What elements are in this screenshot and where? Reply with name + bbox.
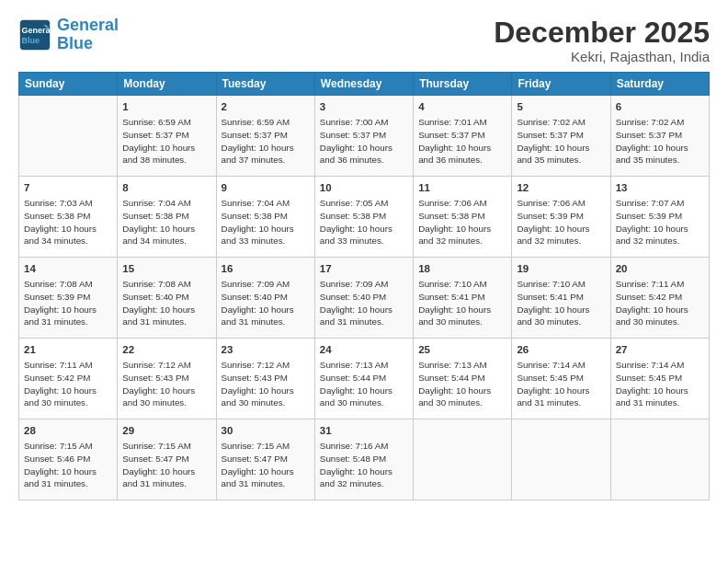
calendar-row: 1Sunrise: 6:59 AM Sunset: 5:37 PM Daylig… [19, 96, 710, 177]
calendar-cell: 15Sunrise: 7:08 AM Sunset: 5:40 PM Dayli… [118, 258, 216, 339]
day-number: 8 [122, 180, 210, 195]
calendar-cell [19, 96, 118, 177]
cell-info: Sunrise: 7:11 AM Sunset: 5:42 PM Dayligh… [24, 359, 112, 409]
col-header-friday: Friday [512, 73, 610, 96]
calendar-cell: 5Sunrise: 7:02 AM Sunset: 5:37 PM Daylig… [512, 96, 610, 177]
cell-info: Sunrise: 7:12 AM Sunset: 5:43 PM Dayligh… [122, 359, 210, 409]
day-number: 22 [122, 342, 210, 357]
day-number: 13 [616, 180, 704, 195]
subtitle: Kekri, Rajasthan, India [494, 49, 710, 64]
day-number: 26 [517, 342, 605, 357]
calendar-cell: 2Sunrise: 6:59 AM Sunset: 5:37 PM Daylig… [216, 96, 314, 177]
day-number: 5 [517, 99, 605, 114]
calendar-cell [414, 419, 512, 500]
cell-info: Sunrise: 7:03 AM Sunset: 5:38 PM Dayligh… [24, 197, 112, 247]
calendar-cell: 1Sunrise: 6:59 AM Sunset: 5:37 PM Daylig… [118, 96, 216, 177]
day-number: 23 [222, 342, 310, 357]
cell-info: Sunrise: 7:06 AM Sunset: 5:39 PM Dayligh… [517, 197, 605, 247]
col-header-thursday: Thursday [414, 73, 512, 96]
calendar-cell: 9Sunrise: 7:04 AM Sunset: 5:38 PM Daylig… [216, 177, 314, 258]
cell-info: Sunrise: 7:04 AM Sunset: 5:38 PM Dayligh… [122, 197, 210, 247]
col-header-sunday: Sunday [19, 73, 118, 96]
day-number: 14 [24, 261, 112, 276]
day-number: 20 [616, 261, 704, 276]
cell-info: Sunrise: 7:14 AM Sunset: 5:45 PM Dayligh… [616, 359, 704, 409]
calendar-cell: 17Sunrise: 7:09 AM Sunset: 5:40 PM Dayli… [314, 258, 413, 339]
day-number: 28 [24, 423, 112, 438]
calendar-cell: 20Sunrise: 7:11 AM Sunset: 5:42 PM Dayli… [610, 258, 709, 339]
day-number: 2 [222, 99, 310, 114]
cell-info: Sunrise: 7:14 AM Sunset: 5:45 PM Dayligh… [517, 359, 605, 409]
calendar-cell: 18Sunrise: 7:10 AM Sunset: 5:41 PM Dayli… [414, 258, 512, 339]
cell-info: Sunrise: 7:16 AM Sunset: 5:48 PM Dayligh… [320, 440, 408, 490]
day-number: 27 [616, 342, 704, 357]
cell-info: Sunrise: 7:07 AM Sunset: 5:39 PM Dayligh… [616, 197, 704, 247]
cell-info: Sunrise: 6:59 AM Sunset: 5:37 PM Dayligh… [122, 116, 210, 167]
day-number: 16 [222, 261, 310, 276]
day-number: 25 [418, 342, 506, 357]
logo: General Blue GeneralBlue [18, 17, 119, 53]
day-number: 19 [517, 261, 605, 276]
day-number: 12 [517, 180, 605, 195]
calendar-cell: 12Sunrise: 7:06 AM Sunset: 5:39 PM Dayli… [512, 177, 610, 258]
day-number: 24 [320, 342, 408, 357]
col-header-monday: Monday [118, 73, 216, 96]
month-title: December 2025 [494, 17, 710, 49]
calendar-cell: 3Sunrise: 7:00 AM Sunset: 5:37 PM Daylig… [314, 96, 413, 177]
cell-info: Sunrise: 7:00 AM Sunset: 5:37 PM Dayligh… [320, 116, 408, 167]
col-header-saturday: Saturday [610, 73, 709, 96]
cell-info: Sunrise: 7:02 AM Sunset: 5:37 PM Dayligh… [517, 116, 605, 167]
day-number: 30 [222, 423, 310, 438]
calendar-cell: 31Sunrise: 7:16 AM Sunset: 5:48 PM Dayli… [314, 419, 413, 500]
calendar-row: 21Sunrise: 7:11 AM Sunset: 5:42 PM Dayli… [19, 339, 710, 419]
cell-info: Sunrise: 7:09 AM Sunset: 5:40 PM Dayligh… [320, 278, 408, 328]
col-header-wednesday: Wednesday [314, 73, 413, 96]
calendar-table: SundayMondayTuesdayWednesdayThursdayFrid… [18, 72, 710, 500]
day-number: 21 [24, 342, 112, 357]
calendar-cell: 16Sunrise: 7:09 AM Sunset: 5:40 PM Dayli… [216, 258, 314, 339]
calendar-cell: 14Sunrise: 7:08 AM Sunset: 5:39 PM Dayli… [19, 258, 118, 339]
calendar-cell: 13Sunrise: 7:07 AM Sunset: 5:39 PM Dayli… [610, 177, 709, 258]
cell-info: Sunrise: 7:09 AM Sunset: 5:40 PM Dayligh… [222, 278, 310, 328]
calendar-cell: 10Sunrise: 7:05 AM Sunset: 5:38 PM Dayli… [314, 177, 413, 258]
day-number: 1 [122, 99, 210, 114]
cell-info: Sunrise: 7:05 AM Sunset: 5:38 PM Dayligh… [320, 197, 408, 247]
logo-text: GeneralBlue [57, 17, 119, 53]
title-block: December 2025 Kekri, Rajasthan, India [494, 17, 710, 64]
calendar-cell: 27Sunrise: 7:14 AM Sunset: 5:45 PM Dayli… [610, 339, 709, 419]
calendar-cell [512, 419, 610, 500]
calendar-cell: 24Sunrise: 7:13 AM Sunset: 5:44 PM Dayli… [314, 339, 413, 419]
day-number: 11 [418, 180, 506, 195]
cell-info: Sunrise: 7:06 AM Sunset: 5:38 PM Dayligh… [418, 197, 506, 247]
day-number: 10 [320, 180, 408, 195]
calendar-cell: 28Sunrise: 7:15 AM Sunset: 5:46 PM Dayli… [19, 419, 118, 500]
header: General Blue GeneralBlue December 2025 K… [18, 17, 710, 64]
day-number: 9 [222, 180, 310, 195]
day-number: 7 [24, 180, 112, 195]
day-number: 29 [122, 423, 210, 438]
calendar-cell: 22Sunrise: 7:12 AM Sunset: 5:43 PM Dayli… [118, 339, 216, 419]
calendar-cell: 19Sunrise: 7:10 AM Sunset: 5:41 PM Dayli… [512, 258, 610, 339]
cell-info: Sunrise: 7:10 AM Sunset: 5:41 PM Dayligh… [517, 278, 605, 328]
cell-info: Sunrise: 7:15 AM Sunset: 5:46 PM Dayligh… [24, 440, 112, 490]
cell-info: Sunrise: 6:59 AM Sunset: 5:37 PM Dayligh… [222, 116, 310, 167]
day-number: 15 [122, 261, 210, 276]
calendar-cell: 25Sunrise: 7:13 AM Sunset: 5:44 PM Dayli… [414, 339, 512, 419]
cell-info: Sunrise: 7:15 AM Sunset: 5:47 PM Dayligh… [122, 440, 210, 490]
cell-info: Sunrise: 7:12 AM Sunset: 5:43 PM Dayligh… [222, 359, 310, 409]
cell-info: Sunrise: 7:04 AM Sunset: 5:38 PM Dayligh… [222, 197, 310, 247]
cell-info: Sunrise: 7:10 AM Sunset: 5:41 PM Dayligh… [418, 278, 506, 328]
cell-info: Sunrise: 7:13 AM Sunset: 5:44 PM Dayligh… [320, 359, 408, 409]
day-number: 31 [320, 423, 408, 438]
calendar-cell: 26Sunrise: 7:14 AM Sunset: 5:45 PM Dayli… [512, 339, 610, 419]
calendar-row: 28Sunrise: 7:15 AM Sunset: 5:46 PM Dayli… [19, 419, 710, 500]
day-number: 18 [418, 261, 506, 276]
calendar-row: 7Sunrise: 7:03 AM Sunset: 5:38 PM Daylig… [19, 177, 710, 258]
calendar-cell: 6Sunrise: 7:02 AM Sunset: 5:37 PM Daylig… [610, 96, 709, 177]
calendar-cell: 4Sunrise: 7:01 AM Sunset: 5:37 PM Daylig… [414, 96, 512, 177]
cell-info: Sunrise: 7:15 AM Sunset: 5:47 PM Dayligh… [222, 440, 310, 490]
cell-info: Sunrise: 7:08 AM Sunset: 5:40 PM Dayligh… [122, 278, 210, 328]
calendar-cell: 8Sunrise: 7:04 AM Sunset: 5:38 PM Daylig… [118, 177, 216, 258]
cell-info: Sunrise: 7:02 AM Sunset: 5:37 PM Dayligh… [616, 116, 704, 167]
cell-info: Sunrise: 7:11 AM Sunset: 5:42 PM Dayligh… [616, 278, 704, 328]
